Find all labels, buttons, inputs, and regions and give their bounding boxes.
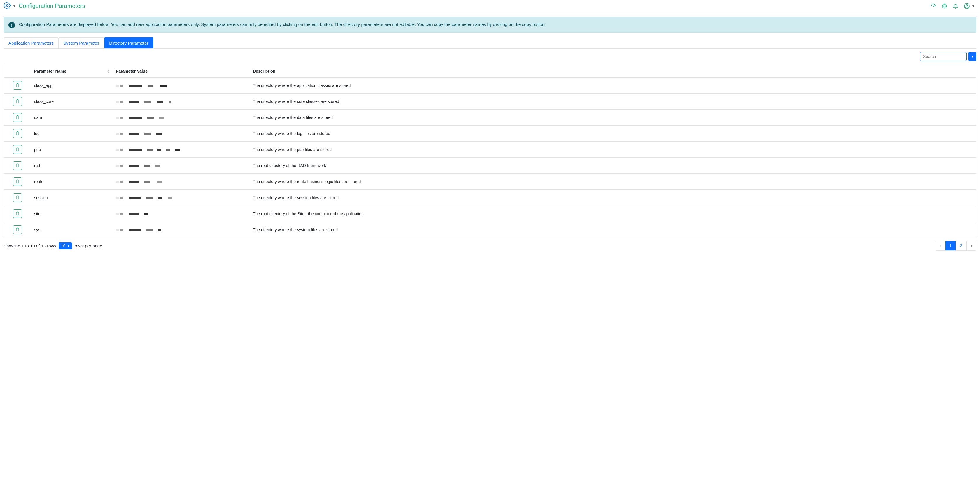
table-row: pubThe directory where the pub files are… [4,141,976,158]
cell-parameter-name: log [31,126,113,141]
table-footer: Showing 1 to 10 of 13 rows 10 ▲ rows per… [3,241,977,251]
cell-parameter-name: sys [31,222,113,238]
cell-description: The directory where the log files are st… [250,126,976,141]
parameters-table: Parameter Name ▲▼ Parameter Value Descri… [3,65,977,238]
svg-rect-13 [16,212,19,215]
rows-per-page-select[interactable]: 10 ▲ [59,242,72,249]
svg-rect-8 [16,132,19,135]
copy-button[interactable] [13,113,22,122]
table-row: routeThe directory where the route busin… [4,174,976,190]
tabs: Application Parameters System Parameter … [3,37,977,49]
redacted-value [116,197,172,199]
clipboard-icon [15,115,20,120]
redacted-value [116,149,180,151]
cell-parameter-value [113,174,250,190]
cell-parameter-name: rad [31,158,113,174]
copy-button[interactable] [13,209,22,218]
cell-parameter-name: pub [31,141,113,158]
column-header-value: Parameter Value [113,65,250,77]
clipboard-icon [15,99,20,104]
caret-down-icon: ▼ [971,55,974,58]
clipboard-icon [15,131,20,136]
clipboard-icon [15,147,20,152]
gear-icon [3,2,11,10]
showing-rows-text: Showing 1 to 10 of 13 rows [3,243,56,248]
cell-description: The directory where the route business l… [250,174,976,190]
topbar: ▼ Configuration Parameters ▼ [0,0,980,13]
column-header-copy [4,65,31,77]
user-menu[interactable]: ▼ [964,3,975,10]
cell-parameter-name: route [31,174,113,190]
cell-parameter-value [113,190,250,206]
cell-description: The directory where the application clas… [250,77,976,94]
svg-point-4 [966,4,968,6]
tab-application-parameters[interactable]: Application Parameters [3,37,59,48]
caret-down-icon: ▼ [13,4,16,8]
copy-button[interactable] [13,177,22,186]
column-header-name[interactable]: Parameter Name ▲▼ [31,65,113,77]
bell-icon[interactable] [953,3,958,9]
clipboard-icon [15,83,20,88]
cell-parameter-name: session [31,190,113,206]
svg-rect-5 [16,84,19,87]
copy-button[interactable] [13,97,22,106]
cell-description: The directory where the session files ar… [250,190,976,206]
cell-parameter-value [113,158,250,174]
table-row: sysThe directory where the system files … [4,222,976,238]
cell-parameter-value [113,110,250,126]
copy-button[interactable] [13,81,22,90]
cell-parameter-value [113,141,250,158]
topbar-left: ▼ Configuration Parameters [3,2,85,10]
clipboard-icon [15,211,20,216]
alert-text: Configuration Parameters are displayed b… [19,21,546,28]
cell-parameter-name: class_core [31,94,113,110]
redacted-value [116,165,160,167]
table-row: dataThe directory where the data files a… [4,110,976,126]
info-alert: ! Configuration Parameters are displayed… [3,17,977,33]
svg-rect-12 [16,196,19,199]
table-row: class_coreThe directory where the core c… [4,94,976,110]
cell-parameter-value [113,206,250,222]
copy-button[interactable] [13,161,22,170]
copy-button[interactable] [13,129,22,138]
copy-button[interactable] [13,193,22,202]
sort-icon: ▲▼ [107,69,110,73]
page-title: Configuration Parameters [19,3,85,10]
cell-description: The root directory of the RAD framework [250,158,976,174]
cell-parameter-value [113,94,250,110]
caret-down-icon: ▼ [972,4,975,8]
copy-button[interactable] [13,225,22,234]
page-2[interactable]: 2 [956,241,967,250]
svg-rect-6 [16,100,19,103]
page-next[interactable]: › [967,241,976,250]
page-1[interactable]: 1 [945,241,956,250]
tab-directory-parameter[interactable]: Directory Parameter [104,37,153,48]
globe-icon[interactable] [942,3,947,9]
table-row: siteThe root directory of the Site - the… [4,206,976,222]
redacted-value [116,181,162,183]
cell-description: The directory where the data files are s… [250,110,976,126]
redacted-value [116,100,171,103]
cell-parameter-name: class_app [31,77,113,94]
topbar-right: ▼ [931,3,977,10]
page-prev[interactable]: ‹ [935,241,945,250]
cell-parameter-name: data [31,110,113,126]
clipboard-icon [15,163,20,168]
search-input[interactable] [920,52,967,61]
table-row: logThe directory where the log files are… [4,126,976,141]
table-row: class_appThe directory where the applica… [4,77,976,94]
toolbar-toggle-button[interactable]: ▼ [968,52,977,61]
app-menu[interactable]: ▼ [3,2,16,10]
cell-parameter-value [113,222,250,238]
cell-parameter-value [113,77,250,94]
svg-point-0 [6,5,8,7]
svg-rect-14 [16,228,19,232]
clipboard-icon [15,196,20,200]
table-toolbar: ▼ [3,52,977,61]
tab-system-parameter[interactable]: System Parameter [58,37,104,48]
cell-description: The directory where the pub files are st… [250,141,976,158]
copy-button[interactable] [13,145,22,154]
svg-rect-11 [16,180,19,183]
info-icon: ! [8,22,15,28]
dashboard-icon[interactable] [931,3,936,9]
